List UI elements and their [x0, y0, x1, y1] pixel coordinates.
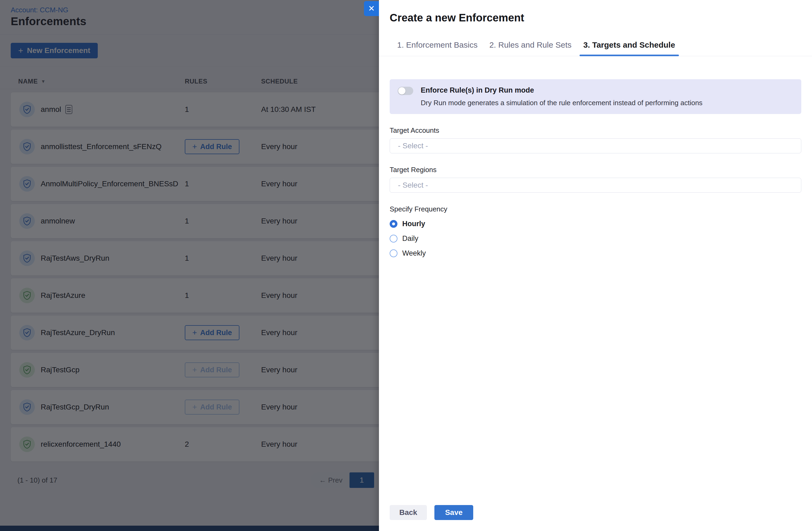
target-regions-select[interactable]: [390, 178, 801, 193]
specify-frequency-label: Specify Frequency: [390, 205, 801, 213]
drawer-title: Create a new Enforcement: [390, 12, 801, 24]
target-regions-label: Target Regions: [390, 166, 801, 174]
close-icon[interactable]: ✕: [364, 1, 379, 16]
target-accounts-select[interactable]: [390, 138, 801, 153]
drawer-footer: Back Save: [390, 505, 473, 520]
radio-unchecked-icon: [390, 235, 397, 242]
dry-run-toggle[interactable]: [398, 87, 413, 95]
tab-targets-and-schedule[interactable]: 3. Targets and Schedule: [580, 41, 679, 56]
tab-enforcement-basics[interactable]: 1. Enforcement Basics: [393, 41, 481, 56]
drawer-body: Enforce Rule(s) in Dry Run mode Dry Run …: [379, 79, 812, 257]
drawer-tabs: 1. Enforcement Basics 2. Rules and Rule …: [379, 41, 812, 56]
radio-unchecked-icon: [390, 249, 397, 257]
frequency-option-weekly[interactable]: Weekly: [390, 249, 801, 257]
target-accounts-label: Target Accounts: [390, 126, 801, 135]
create-enforcement-drawer: ✕ Create a new Enforcement 1. Enforcemen…: [379, 0, 812, 531]
toggle-knob-icon: [398, 87, 405, 94]
save-button[interactable]: Save: [434, 505, 473, 520]
dry-run-panel: Enforce Rule(s) in Dry Run mode Dry Run …: [390, 79, 801, 114]
tab-rules-and-rule-sets[interactable]: 2. Rules and Rule Sets: [485, 41, 575, 56]
frequency-option-hourly[interactable]: Hourly: [390, 220, 801, 228]
dry-run-title: Enforce Rule(s) in Dry Run mode: [421, 86, 702, 94]
frequency-option-daily[interactable]: Daily: [390, 234, 801, 243]
dry-run-description: Dry Run mode generates a simulation of t…: [421, 99, 702, 107]
back-button[interactable]: Back: [390, 505, 427, 520]
radio-checked-icon: [390, 220, 397, 228]
